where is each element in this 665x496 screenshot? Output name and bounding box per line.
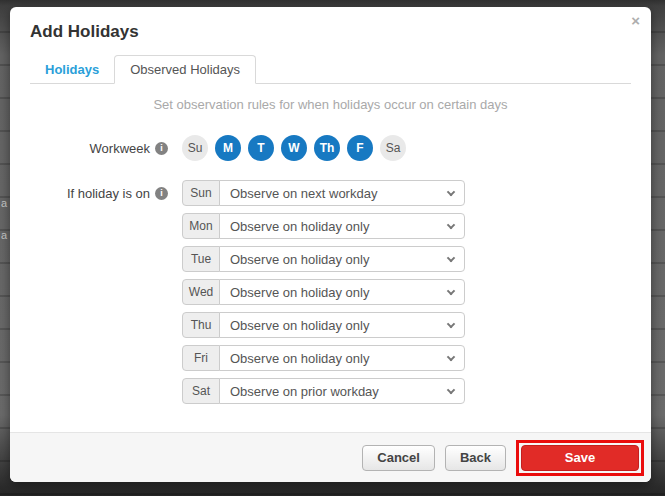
observance-select-sun[interactable]: Observe on next workday <box>219 180 465 206</box>
workweek-day-toggles: Su M T W Th F Sa <box>182 135 413 161</box>
tab-holidays[interactable]: Holidays <box>30 56 114 83</box>
modal-footer: Cancel Back Save <box>10 432 651 482</box>
day-toggle-th[interactable]: Th <box>314 135 340 161</box>
info-icon[interactable]: i <box>155 142 168 155</box>
day-toggle-su[interactable]: Su <box>182 135 208 161</box>
day-prefix-sat: Sat <box>182 378 220 404</box>
modal-title: Add Holidays <box>30 22 651 42</box>
workweek-label: Workweek <box>90 141 150 156</box>
background-text-fragment: a <box>1 197 7 209</box>
observance-select-sat[interactable]: Observe on prior workday <box>219 378 465 404</box>
rule-row-wed: Wed Observe on holiday only <box>30 279 651 305</box>
rule-row-sat: Sat Observe on prior workday <box>30 378 651 404</box>
observance-select-tue[interactable]: Observe on holiday only <box>219 246 465 272</box>
day-toggle-w[interactable]: W <box>281 135 307 161</box>
save-annotation-highlight: Save <box>516 440 644 476</box>
back-button[interactable]: Back <box>445 445 506 471</box>
tab-bar: Holidays Observed Holidays <box>30 55 631 84</box>
rule-row-thu: Thu Observe on holiday only <box>30 312 651 338</box>
close-icon[interactable]: × <box>631 14 640 28</box>
observance-select-fri[interactable]: Observe on holiday only <box>219 345 465 371</box>
day-toggle-sa[interactable]: Sa <box>380 135 406 161</box>
day-prefix-wed: Wed <box>182 279 220 305</box>
day-prefix-fri: Fri <box>182 345 220 371</box>
rule-row-sun: If holiday is on i Sun Observe on next w… <box>30 180 651 206</box>
day-toggle-m[interactable]: M <box>215 135 241 161</box>
add-holidays-modal: × Add Holidays Holidays Observed Holiday… <box>10 7 651 482</box>
observance-select-mon[interactable]: Observe on holiday only <box>219 213 465 239</box>
day-toggle-t[interactable]: T <box>248 135 274 161</box>
tab-observed-holidays[interactable]: Observed Holidays <box>114 55 256 84</box>
day-prefix-tue: Tue <box>182 246 220 272</box>
info-icon[interactable]: i <box>155 187 168 200</box>
observation-rules-subtitle: Set observation rules for when holidays … <box>10 97 651 112</box>
rule-row-fri: Fri Observe on holiday only <box>30 345 651 371</box>
if-holiday-is-on-label: If holiday is on <box>67 186 150 201</box>
background-text-fragment: a <box>1 229 7 241</box>
workweek-label-group: Workweek i <box>30 141 168 156</box>
rule-row-tue: Tue Observe on holiday only <box>30 246 651 272</box>
observance-select-thu[interactable]: Observe on holiday only <box>219 312 465 338</box>
day-toggle-f[interactable]: F <box>347 135 373 161</box>
rule-row-mon: Mon Observe on holiday only <box>30 213 651 239</box>
save-button[interactable]: Save <box>521 445 639 471</box>
cancel-button[interactable]: Cancel <box>362 445 435 471</box>
day-prefix-sun: Sun <box>182 180 220 206</box>
workweek-row: Workweek i Su M T W Th F Sa <box>30 135 651 161</box>
day-prefix-thu: Thu <box>182 312 220 338</box>
observed-holidays-form: Workweek i Su M T W Th F Sa If holiday i… <box>10 135 651 404</box>
day-prefix-mon: Mon <box>182 213 220 239</box>
holiday-rules-label-group: If holiday is on i <box>30 186 168 201</box>
observance-select-wed[interactable]: Observe on holiday only <box>219 279 465 305</box>
